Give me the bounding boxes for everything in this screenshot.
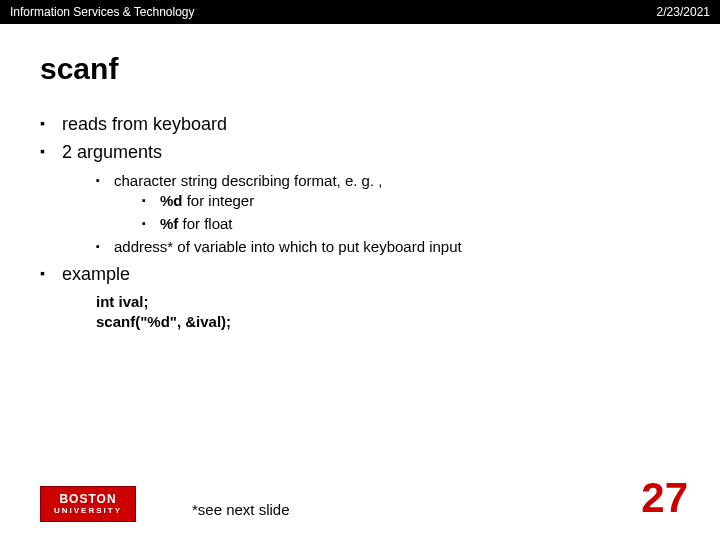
slide: Information Services & Technology 2/23/2…	[0, 0, 720, 540]
bullet-reads: reads from keyboard	[40, 112, 680, 136]
slide-title: scanf	[0, 24, 720, 94]
header-date: 2/23/2021	[657, 5, 710, 19]
header-bar: Information Services & Technology 2/23/2…	[0, 0, 720, 24]
bullet-args-text: 2 arguments	[62, 142, 162, 162]
header-left: Information Services & Technology	[10, 5, 195, 19]
sub-format-text: character string describing format, e. g…	[114, 172, 382, 189]
bu-logo: BOSTON UNIVERSITY	[40, 486, 136, 522]
code-d: %d	[160, 192, 183, 209]
code-line-1: int ival;	[96, 292, 680, 312]
bullet-args: 2 arguments character string describing …	[40, 140, 680, 257]
sub-f: %f for float	[142, 214, 680, 234]
logo-top: BOSTON	[59, 493, 116, 505]
code-f: %f	[160, 215, 178, 232]
logo-bottom: UNIVERSITY	[54, 507, 122, 515]
sub-d-rest: for integer	[183, 192, 255, 209]
example-code: int ival; scanf("%d", &ival);	[40, 292, 680, 333]
page-number: 27	[641, 474, 688, 522]
sub-f-rest: for float	[178, 215, 232, 232]
sub-format: character string describing format, e. g…	[96, 171, 680, 235]
bullet-example: example	[40, 262, 680, 286]
sub-d: %d for integer	[142, 191, 680, 211]
sub-address: address* of variable into which to put k…	[96, 237, 680, 257]
footer: BOSTON UNIVERSITY *see next slide 27	[0, 474, 720, 522]
footnote: *see next slide	[192, 501, 290, 522]
code-line-2: scanf("%d", &ival);	[96, 312, 680, 332]
